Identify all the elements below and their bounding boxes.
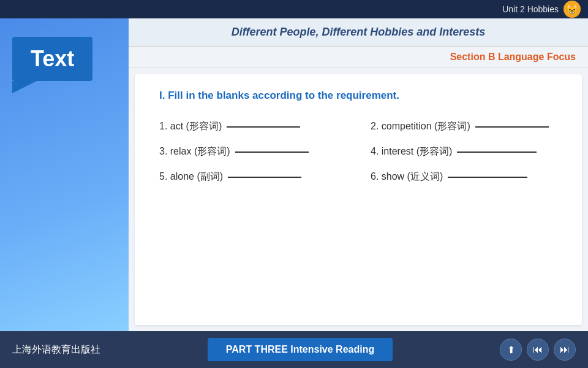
item-2-blank[interactable] [475,126,549,128]
section-label: Section B Language Focus [450,52,576,62]
exercise-grid: 1. act (形容词) 2. competition (形容词) 3. rel… [159,120,557,183]
publisher-label: 上海外语教育出版社 [12,343,100,356]
item-3-number: 3. relax (形容词) [159,145,230,158]
content-area: Text Different People, Different Hobbies… [0,18,588,331]
exercise-item-6: 6. show (近义词) [371,171,557,183]
part-label: PART THREE Intensive Reading [208,338,393,361]
unit-label: Unit 2 Hobbies [502,4,559,14]
left-sidebar: Text [0,18,129,331]
bottom-bar: 上海外语教育出版社 PART THREE Intensive Reading ⬆… [0,331,588,368]
nav-buttons: ⬆ ⏮ ⏭ [500,339,576,361]
top-bar: Unit 2 Hobbies 😸 [0,0,588,18]
item-4-number: 4. interest (形容词) [371,145,452,158]
exercise-item-2: 2. competition (形容词) [371,120,557,133]
item-6-blank[interactable] [448,177,527,178]
exercise-item-1: 1. act (形容词) [159,120,346,133]
page-title: Different People, Different Hobbies and … [141,26,576,39]
title-bar: Different People, Different Hobbies and … [129,18,588,47]
prev-button[interactable]: ⏮ [527,339,549,361]
exercise-item-4: 4. interest (形容词) [371,145,557,158]
exercise-item-5: 5. alone (副词) [159,171,346,183]
main-panel: Different People, Different Hobbies and … [129,18,588,331]
exercise-item-3: 3. relax (形容词) [159,145,346,158]
item-4-blank[interactable] [457,151,537,153]
section-bar: Section B Language Focus [129,47,588,68]
exercise-instruction: I. Fill in the blanks according to the r… [159,90,557,102]
home-button[interactable]: ⬆ [500,339,522,361]
item-3-blank[interactable] [235,151,309,153]
text-button[interactable]: Text [12,37,92,81]
item-1-blank[interactable] [227,126,300,128]
screen: Unit 2 Hobbies 😸 Text Different People, … [0,0,588,368]
item-5-blank[interactable] [228,177,301,178]
exercise-area: I. Fill in the blanks according to the r… [135,74,582,325]
item-5-number: 5. alone (副词) [159,171,223,183]
item-2-number: 2. competition (形容词) [371,120,470,133]
item-1-number: 1. act (形容词) [159,120,222,133]
item-6-number: 6. show (近义词) [371,171,443,183]
next-button[interactable]: ⏭ [554,339,576,361]
cat-icon: 😸 [564,1,581,18]
